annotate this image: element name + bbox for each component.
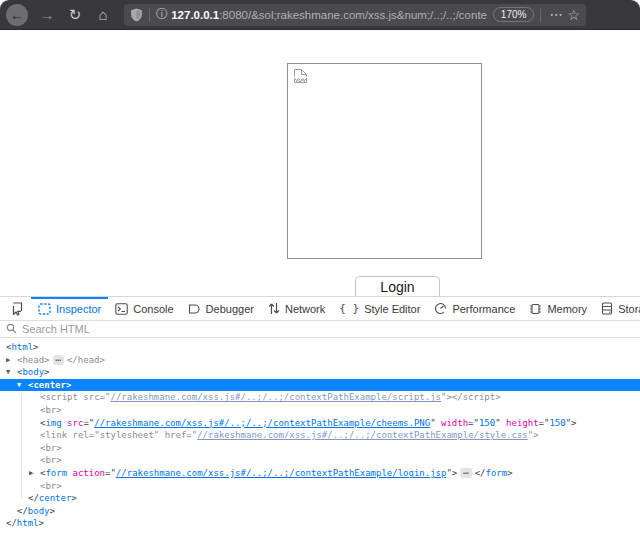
devtools-tabbar: Inspector Console Debugger Network { } bbox=[0, 297, 640, 321]
markup-tree: <html>▶<head>⋯</head>▼<body>▼<center><sc… bbox=[0, 338, 640, 530]
code-segment: 150 bbox=[549, 418, 565, 428]
tree-row[interactable]: <br> bbox=[0, 404, 640, 417]
page-actions-icon[interactable]: ⋯ bbox=[549, 7, 563, 22]
tree-row[interactable]: <br> bbox=[0, 454, 640, 467]
code-segment: height bbox=[506, 418, 539, 428]
code-segment: script bbox=[45, 392, 78, 402]
url-bar[interactable]: ⓘ 127.0.0.1:8080/&sol;rakeshmane.com/xss… bbox=[124, 4, 586, 26]
tree-row[interactable]: <html> bbox=[0, 341, 640, 354]
tree-row[interactable]: </body> bbox=[0, 505, 640, 518]
ellipsis-badge: ⋯ bbox=[53, 355, 64, 365]
code-segment: "> bbox=[446, 468, 457, 478]
code-segment: > bbox=[56, 455, 61, 465]
search-placeholder: Search HTML bbox=[22, 323, 90, 335]
code-segment: form bbox=[486, 468, 508, 478]
tab-debugger[interactable]: Debugger bbox=[181, 297, 261, 320]
back-button[interactable]: ← bbox=[6, 4, 28, 26]
code-segment: > bbox=[66, 380, 71, 390]
tab-storage[interactable]: Storage bbox=[594, 297, 640, 320]
code-segment: > bbox=[99, 355, 104, 365]
tree-row[interactable]: <br> bbox=[0, 480, 640, 493]
search-html-input[interactable]: Search HTML bbox=[0, 321, 640, 338]
browser-toolbar: ← → ↻ ⌂ ⓘ 127.0.0.1:8080/&sol;rakeshmane… bbox=[0, 0, 640, 30]
code-segment: href bbox=[165, 430, 187, 440]
code-segment: action bbox=[73, 468, 106, 478]
expand-arrow-icon[interactable]: ▶ bbox=[29, 467, 40, 480]
forward-button[interactable]: → bbox=[38, 6, 56, 23]
attribute-link[interactable]: //rakeshmane.com/xss.js#/..;/..;/context… bbox=[110, 392, 441, 402]
code-segment: =" bbox=[539, 418, 550, 428]
shield-icon[interactable] bbox=[130, 8, 143, 22]
code-segment: stylesheet bbox=[100, 430, 154, 440]
tree-row[interactable]: <link rel="stylesheet" href="//rakeshman… bbox=[0, 429, 640, 442]
tab-console[interactable]: Console bbox=[108, 297, 180, 320]
urlbar-divider-2 bbox=[540, 8, 541, 22]
code-segment: img bbox=[45, 418, 61, 428]
expand-arrow-icon[interactable]: ▶ bbox=[6, 354, 17, 367]
code-segment: =" bbox=[83, 418, 94, 428]
code-segment: html bbox=[11, 342, 33, 352]
tree-row[interactable]: <br> bbox=[0, 442, 640, 455]
code-segment: "> bbox=[566, 418, 577, 428]
tree-row[interactable]: <img src="//rakeshmane.com/xss.js#/..;/.… bbox=[0, 417, 640, 430]
code-segment: " bbox=[430, 418, 441, 428]
code-segment: br bbox=[45, 455, 56, 465]
code-segment: " bbox=[154, 430, 165, 440]
tab-network[interactable]: Network bbox=[261, 297, 332, 320]
tree-row[interactable]: </html> bbox=[0, 517, 640, 530]
home-button[interactable]: ⌂ bbox=[94, 6, 112, 23]
code-segment: "></ bbox=[441, 392, 463, 402]
site-info-icon[interactable]: ⓘ bbox=[156, 6, 168, 23]
code-segment: body bbox=[22, 367, 44, 377]
ellipsis-badge: ⋯ bbox=[460, 468, 471, 478]
code-segment: </ bbox=[67, 355, 78, 365]
zoom-level-badge[interactable]: 170% bbox=[493, 7, 535, 22]
reload-button[interactable]: ↻ bbox=[66, 6, 84, 24]
tree-row[interactable]: ▼<center> bbox=[0, 379, 640, 392]
tree-row[interactable]: ▶<form action="//rakeshmane.com/xss.js#/… bbox=[0, 467, 640, 480]
tab-performance[interactable]: Performance bbox=[427, 297, 522, 320]
code-segment: =" bbox=[100, 392, 111, 402]
node-picker-icon[interactable] bbox=[0, 297, 31, 320]
code-segment: </ bbox=[17, 506, 28, 516]
code-segment: src bbox=[83, 392, 99, 402]
tree-row[interactable]: <script src="//rakeshmane.com/xss.js#/..… bbox=[0, 391, 640, 404]
code-segment: body bbox=[28, 506, 50, 516]
attribute-link[interactable]: //rakeshmane.com/xss.js#/..;/..;/context… bbox=[197, 430, 528, 440]
code-segment: link bbox=[45, 430, 67, 440]
braces-icon: { } bbox=[339, 302, 359, 315]
code-segment: > bbox=[56, 481, 61, 491]
urlbar-divider bbox=[149, 8, 150, 22]
url-text[interactable]: 127.0.0.1:8080/&sol;rakeshmane.com/xss.j… bbox=[168, 9, 489, 21]
code-segment: width bbox=[441, 418, 468, 428]
broken-image-placeholder bbox=[287, 63, 482, 259]
attribute-link[interactable]: //rakeshmane.com/xss.js#/..;/..;/context… bbox=[94, 418, 430, 428]
code-segment: </ bbox=[6, 518, 17, 528]
code-segment: =" bbox=[105, 468, 116, 478]
tab-memory[interactable]: Memory bbox=[522, 297, 594, 320]
bookmark-star-icon[interactable]: ☆ bbox=[567, 7, 580, 23]
code-segment: script bbox=[463, 392, 496, 402]
page-viewport: Login bbox=[0, 30, 640, 296]
collapse-arrow-icon[interactable]: ▼ bbox=[17, 379, 28, 392]
tree-row[interactable]: </center> bbox=[0, 492, 640, 505]
search-icon bbox=[6, 320, 17, 338]
code-segment: br bbox=[45, 405, 56, 415]
tab-style-editor[interactable]: { } Style Editor bbox=[332, 297, 427, 320]
code-segment: > bbox=[71, 493, 76, 503]
login-button[interactable]: Login bbox=[355, 276, 440, 296]
tree-row[interactable]: ▼<body> bbox=[0, 366, 640, 379]
attribute-link[interactable]: //rakeshmane.com/xss.js#/..;/..;/context… bbox=[116, 468, 447, 478]
code-segment: > bbox=[56, 443, 61, 453]
tree-row[interactable]: ▶<head>⋯</head> bbox=[0, 354, 640, 367]
code-segment: "> bbox=[528, 430, 539, 440]
tab-inspector[interactable]: Inspector bbox=[31, 297, 108, 320]
code-segment: head bbox=[78, 355, 100, 365]
code-segment: =" bbox=[468, 418, 479, 428]
code-segment: form bbox=[45, 468, 67, 478]
broken-image-icon bbox=[292, 68, 309, 89]
code-segment: br bbox=[45, 443, 56, 453]
url-path: :8080/&sol;rakeshmane.com/xss.js&num;/..… bbox=[219, 9, 487, 21]
devtools-panel: Inspector Console Debugger Network { } bbox=[0, 296, 640, 557]
collapse-arrow-icon[interactable]: ▼ bbox=[6, 366, 17, 379]
